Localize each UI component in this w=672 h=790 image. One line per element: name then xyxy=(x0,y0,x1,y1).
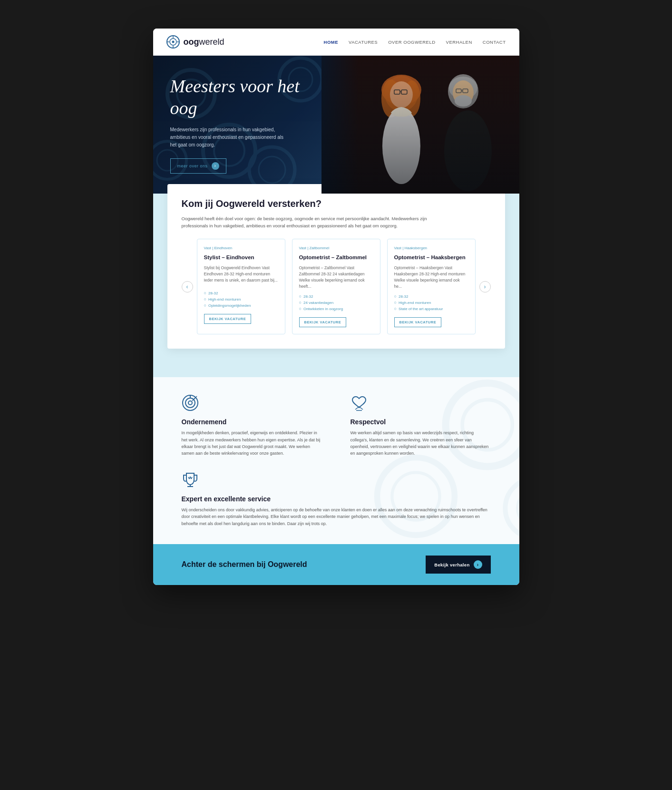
vacancy-title-3: Optometrist – Haaksbergen xyxy=(394,254,468,261)
nav-verhalen[interactable]: VERHALEN xyxy=(446,39,472,45)
meer-over-ons-button[interactable]: meer over ons › xyxy=(170,158,226,174)
svg-point-49 xyxy=(188,401,192,405)
browser-window: oogwereld HOME VACATURES OVER OOGWERELD … xyxy=(153,29,519,585)
vacancy-carousel: ‹ Vast | Eindhoven Stylist – Eindhoven S… xyxy=(182,239,491,334)
carousel-next-button[interactable]: › xyxy=(479,281,491,293)
nav-contact[interactable]: CONTACT xyxy=(483,39,506,45)
vacancy-tags-3: 28-32 High-end monturen State of the art… xyxy=(394,294,468,311)
value-expert-title: Expert en excellente service xyxy=(182,495,491,503)
hero-subtitle: Medewerkers zijn professionals in hun va… xyxy=(170,126,284,149)
vacancy-tag-3: Vast | Haaksbergen xyxy=(394,246,468,250)
value-ondernemend-title: Ondernemend xyxy=(182,418,322,426)
nav-home[interactable]: HOME xyxy=(324,39,339,45)
vacancy-tags-1: 28-32 High-end monturen Opleidingsmogeli… xyxy=(204,291,278,308)
vacancy-tag-item: 24 vakantiedagen xyxy=(299,300,373,305)
svg-point-45 xyxy=(505,478,519,538)
vacancy-desc-1: Stylist bij Oogwereld Eindhoven Vast Ein… xyxy=(204,265,278,286)
value-expert-desc: Wij onderscheiden ons door vakkundig adv… xyxy=(182,507,491,527)
vacancy-desc-2: Optometrist – Zaltbommel Vast Zaltbommel… xyxy=(299,265,373,289)
vacancy-btn-2[interactable]: BEKIJK VACATURE xyxy=(299,317,347,327)
logo-text: oogwereld xyxy=(184,37,224,47)
value-ondernemend: Ondernemend In mogelijkheden denken, pro… xyxy=(182,394,322,457)
light-section: Kom jij Oogwereld versterken? Oogwereld … xyxy=(153,194,519,377)
arrow-circle-icon: › xyxy=(212,162,219,170)
hero-content: Meesters voor het oog Medewerkers zijn p… xyxy=(170,76,330,173)
carousel-prev-button[interactable]: ‹ xyxy=(182,281,193,293)
vacancy-tag-item: State of the art apparatuur xyxy=(394,306,468,311)
vacancies-card: Kom jij Oogwereld versterken? Oogwereld … xyxy=(167,184,505,349)
vacancy-btn-3[interactable]: BEKIJK VACATURE xyxy=(394,317,442,327)
target-icon xyxy=(182,394,199,411)
stories-btn-icon: › xyxy=(474,560,482,569)
vacancy-tag-1: Vast | Eindhoven xyxy=(204,246,278,250)
values-section: Ondernemend In mogelijkheden denken, pro… xyxy=(153,377,519,544)
hero-section: Meesters voor het oog Medewerkers zijn p… xyxy=(153,56,519,194)
vacancy-tag-2: Vast | Zaltbommel xyxy=(299,246,373,250)
value-ondernemend-desc: In mogelijkheden denken, proactief, eige… xyxy=(182,429,322,457)
heart-hands-icon xyxy=(351,394,368,411)
vacancy-card-1: Vast | Eindhoven Stylist – Eindhoven Sty… xyxy=(197,239,285,334)
bekijk-verhalen-button[interactable]: Bekijk verhalen › xyxy=(426,556,490,574)
vacancy-tag-item: 28-32 xyxy=(299,294,373,299)
vacancy-tag-item: High-end monturen xyxy=(394,300,468,305)
vacancy-card-3: Vast | Haaksbergen Optometrist – Haaksbe… xyxy=(387,239,476,334)
hero-title: Meesters voor het oog xyxy=(170,76,330,119)
vacancies-description: Oogwereld heeft één doel voor ogen: de b… xyxy=(182,215,429,229)
trophy-icon xyxy=(182,471,199,488)
logo-icon xyxy=(166,35,180,49)
vacancy-tag-item: High-end monturen xyxy=(204,297,278,302)
vacancies-title: Kom jij Oogwereld versterken? xyxy=(182,198,491,209)
vacancy-title-1: Stylist – Eindhoven xyxy=(204,254,278,261)
vacancy-tag-item: Ontwikkelen in oogzorg xyxy=(299,306,373,311)
svg-rect-40 xyxy=(321,56,519,194)
nav-vacatures[interactable]: VACATURES xyxy=(349,39,378,45)
navbar: oogwereld HOME VACATURES OVER OOGWERELD … xyxy=(153,29,519,56)
vacancy-grid: Vast | Eindhoven Stylist – Eindhoven Sty… xyxy=(197,239,476,334)
vacancy-desc-3: Optometrist – Haaksbergen Vast Haaksberg… xyxy=(394,265,468,289)
stories-banner: Achter de schermen bij Oogwereld Bekijk … xyxy=(153,544,519,585)
value-respectvol-title: Respectvol xyxy=(351,418,491,426)
vacancy-tags-2: 28-32 24 vakantiedagen Ontwikkelen in oo… xyxy=(299,294,373,311)
svg-point-2 xyxy=(172,41,174,43)
vacancy-title-2: Optometrist – Zaltbommel xyxy=(299,254,373,261)
svg-point-46 xyxy=(517,490,519,526)
vacancy-btn-1[interactable]: BEKIJK VACATURE xyxy=(204,314,252,324)
vacancy-tag-item: 28-32 xyxy=(394,294,468,299)
value-respectvol-desc: We werken altijd samen op basis van wede… xyxy=(351,429,491,457)
value-expert: Expert en excellente service Wij ondersc… xyxy=(182,471,491,527)
vacancy-tag-item: 28-32 xyxy=(204,291,278,295)
stories-title: Achter de schermen bij Oogwereld xyxy=(182,560,307,569)
logo[interactable]: oogwereld xyxy=(166,35,224,49)
vacancy-tag-item: Opleidingsmogelijkheden xyxy=(204,303,278,308)
value-respectvol: Respectvol We werken altijd samen op bas… xyxy=(351,394,491,457)
nav-over[interactable]: OVER OOGWERELD xyxy=(388,39,435,45)
vacancy-card-2: Vast | Zaltbommel Optometrist – Zaltbomm… xyxy=(292,239,380,334)
nav-links: HOME VACATURES OVER OOGWERELD VERHALEN C… xyxy=(324,39,506,45)
svg-line-60 xyxy=(191,477,192,479)
